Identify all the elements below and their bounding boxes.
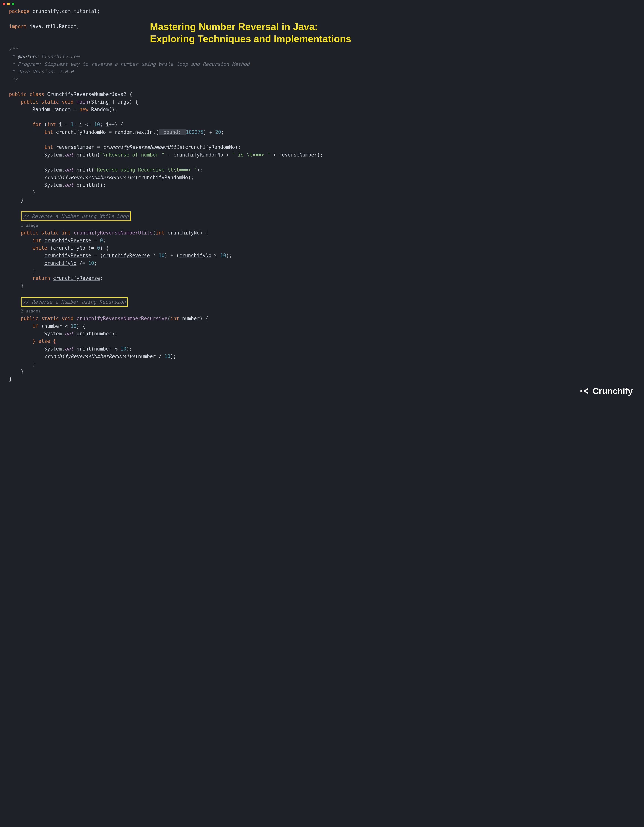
javadoc-author-val: Crunchify.com [41,54,80,59]
random-decl: Random random = [33,107,79,112]
keyword-import: import [9,23,27,29]
javadoc-author-tag: @author [18,54,38,59]
close-icon[interactable] [3,3,5,5]
keyword-while: while [33,245,47,251]
javadoc-author: * @author Crunchify.com [9,54,80,59]
param-hint: bound: [159,129,186,135]
keyword-public: public [9,92,27,97]
crunchify-icon [579,386,589,396]
string-literal: "\nReverse of number " [100,152,164,158]
usage-hint[interactable]: 1 usage [21,222,38,229]
recursive-call: crunchifyReverseNumberRecursive [44,175,135,180]
import-path: java.util.Random; [30,23,80,29]
keyword-else: } else { [33,338,56,344]
javadoc-program: * Program: Simplest way to reverse a num… [9,61,249,67]
minimize-icon[interactable] [7,3,10,5]
utils-method: crunchifyReverseNumberUtils [73,230,153,236]
system-out: out [65,152,73,158]
editor-window: Mastering Number Reversal in Java: Explo… [0,0,644,405]
javadoc-end: */ [12,76,18,82]
overlay-title-line1: Mastering Number Reversal in Java: [150,20,351,33]
code-block[interactable]: package crunchify.com.tutorial; import j… [9,8,635,383]
class-name: CrunchifyReverseNumberJava2 [47,92,126,97]
keyword-for: for [33,122,41,127]
keyword-return: return [33,275,50,281]
keyword-if: if [33,323,38,329]
utils-call: crunchifyReverseNumberUtils [103,144,182,150]
brand-text: Crunchify [593,384,633,398]
main-method: main [76,99,88,105]
usage-hint[interactable]: 2 usages [21,308,41,314]
javadoc-version: * Java Version: 2.0.0 [9,69,73,75]
overlay-title: Mastering Number Reversal in Java: Explo… [150,20,351,45]
recursive-method: crunchifyReverseNumberRecursive [76,316,167,321]
brand-logo: Crunchify [579,384,633,398]
keyword-package: package [9,8,30,14]
highlight-while-comment: // Reverse a Number using While Loop [21,211,131,221]
overlay-title-line2: Exploring Techniques and Implementations [150,33,351,45]
window-traffic-lights [3,3,14,5]
highlight-recursion-comment: // Reverse a Number using Recursion [21,297,128,307]
zoom-icon[interactable] [12,3,14,5]
package-path: crunchify.com.tutorial; [33,8,100,14]
keyword-class: class [30,92,44,97]
javadoc-start: /** [9,46,18,52]
